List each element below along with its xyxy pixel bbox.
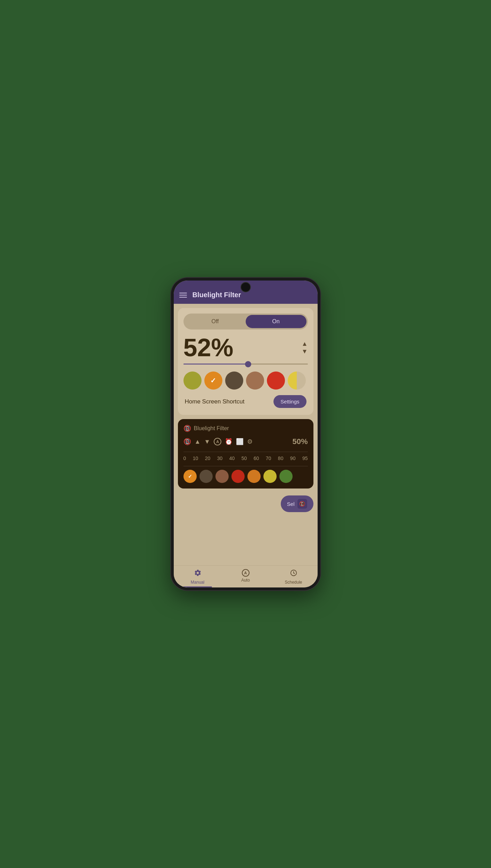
nav-auto[interactable]: A Auto bbox=[222, 566, 270, 587]
color-option-brown[interactable] bbox=[246, 372, 264, 390]
nav-manual-label: Manual bbox=[191, 580, 204, 585]
widget-percentage: 50% bbox=[292, 437, 308, 446]
settings-button[interactable]: Settings bbox=[273, 395, 306, 408]
widget-color-check: ✓ bbox=[188, 474, 192, 479]
main-content: Off On 52% ▲ ▼ bbox=[174, 304, 318, 565]
toggle-off-button[interactable]: Off bbox=[185, 315, 246, 328]
color-selected-check: ✓ bbox=[210, 376, 216, 385]
num-10[interactable]: 10 bbox=[193, 456, 198, 461]
widget-divider-top bbox=[183, 452, 308, 452]
widget-down-button[interactable]: ▼ bbox=[204, 438, 210, 445]
on-off-toggle: Off On bbox=[183, 314, 308, 329]
slider-track bbox=[183, 364, 308, 365]
num-0[interactable]: 0 bbox=[183, 456, 186, 461]
num-90[interactable]: 90 bbox=[290, 456, 296, 461]
widget-color-amber[interactable] bbox=[247, 470, 261, 483]
num-50[interactable]: 50 bbox=[242, 456, 247, 461]
schedule-icon bbox=[290, 569, 297, 579]
widget-expand-button[interactable]: ⬜ bbox=[236, 438, 244, 445]
slider-thumb[interactable] bbox=[245, 361, 251, 367]
num-60[interactable]: 60 bbox=[254, 456, 259, 461]
color-option-yellow-partial[interactable] bbox=[288, 372, 306, 390]
shortcut-section: Home Screen Shortcut Settings bbox=[183, 391, 308, 409]
shortcut-label: Home Screen Shortcut bbox=[185, 398, 245, 405]
front-camera bbox=[240, 282, 251, 292]
widget-schedule-button[interactable]: ⏰ bbox=[225, 438, 232, 445]
widget-settings-button[interactable]: ⚙ bbox=[247, 438, 253, 445]
nav-schedule-label: Schedule bbox=[285, 580, 302, 585]
widget-auto-button[interactable]: A bbox=[214, 438, 221, 445]
num-80[interactable]: 80 bbox=[278, 456, 284, 461]
percentage-controls: ▲ ▼ bbox=[302, 341, 308, 354]
main-card: Off On 52% ▲ ▼ bbox=[178, 308, 313, 415]
color-picker: ✓ bbox=[183, 370, 308, 391]
toggle-on-button[interactable]: On bbox=[246, 315, 306, 328]
widget-color-yellow[interactable] bbox=[263, 470, 277, 483]
select-btn-label: Sel bbox=[287, 501, 295, 507]
widget-filter-icon[interactable]: 📵 bbox=[183, 438, 191, 445]
num-20[interactable]: 20 bbox=[205, 456, 211, 461]
color-option-red[interactable] bbox=[267, 372, 285, 390]
nav-auto-label: Auto bbox=[241, 578, 250, 583]
widget-up-button[interactable]: ▲ bbox=[195, 438, 201, 445]
auto-icon: A bbox=[242, 569, 249, 577]
widget-card: 📵 Bluelight Filter 📵 ▲ ▼ A ⏰ ⬜ ⚙ 50% bbox=[178, 419, 313, 489]
widget-header: 📵 Bluelight Filter bbox=[183, 425, 308, 432]
manual-icon bbox=[194, 569, 202, 579]
app-title: Bluelight Filter bbox=[193, 291, 241, 299]
widget-controls-row: 📵 ▲ ▼ A ⏰ ⬜ ⚙ 50% bbox=[183, 437, 308, 446]
select-widget-button[interactable]: Sel 📵 bbox=[281, 495, 313, 512]
color-option-darkbrown[interactable] bbox=[225, 372, 243, 390]
select-btn-icon: 📵 bbox=[297, 499, 307, 509]
widget-color-darkbrown[interactable] bbox=[199, 470, 213, 483]
widget-color-red[interactable] bbox=[231, 470, 245, 483]
num-40[interactable]: 40 bbox=[229, 456, 235, 461]
color-option-orange[interactable]: ✓ bbox=[204, 372, 222, 390]
percentage-up-button[interactable]: ▲ bbox=[302, 341, 308, 347]
nav-manual[interactable]: Manual bbox=[174, 566, 222, 587]
widget-color-orange[interactable]: ✓ bbox=[183, 470, 197, 483]
filter-slider[interactable] bbox=[183, 364, 308, 365]
select-button-container: Sel 📵 bbox=[174, 493, 318, 515]
phone-screen: Bluelight Filter Off On 52% ▲ ▼ bbox=[174, 281, 318, 587]
nav-schedule[interactable]: Schedule bbox=[270, 566, 318, 587]
widget-color-picker: ✓ bbox=[183, 470, 308, 483]
bottom-navigation: Manual A Auto Schedule bbox=[174, 565, 318, 587]
percentage-down-button[interactable]: ▼ bbox=[302, 348, 308, 354]
widget-number-row: 0 10 20 30 40 50 60 70 80 90 95 bbox=[183, 456, 308, 461]
menu-icon[interactable] bbox=[179, 293, 187, 298]
percentage-row: 52% ▲ ▼ bbox=[183, 335, 308, 360]
widget-color-brown[interactable] bbox=[215, 470, 229, 483]
widget-title: Bluelight Filter bbox=[194, 425, 229, 432]
num-30[interactable]: 30 bbox=[217, 456, 223, 461]
num-70[interactable]: 70 bbox=[266, 456, 271, 461]
widget-divider-bottom bbox=[183, 466, 308, 466]
widget-app-icon: 📵 bbox=[183, 425, 191, 432]
phone-frame: Bluelight Filter Off On 52% ▲ ▼ bbox=[171, 278, 320, 590]
filter-percentage: 52% bbox=[183, 335, 234, 360]
color-option-olive[interactable] bbox=[183, 372, 202, 390]
slider-fill bbox=[183, 364, 248, 365]
num-95[interactable]: 95 bbox=[302, 456, 308, 461]
widget-color-green[interactable] bbox=[279, 470, 293, 483]
